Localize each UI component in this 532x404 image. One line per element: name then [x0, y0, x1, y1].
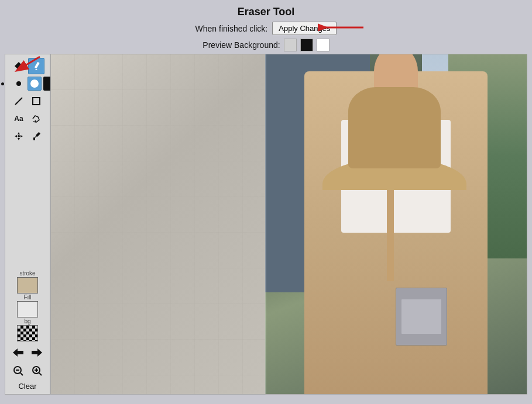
bg-color-swatch[interactable]: [17, 325, 38, 341]
tool-row-3: Aa: [11, 111, 44, 127]
main-area: Aa: [0, 54, 532, 395]
rect-tool[interactable]: [28, 93, 44, 109]
size-sm[interactable]: [0, 77, 10, 91]
svg-point-12: [18, 135, 20, 137]
move-icon: [14, 132, 23, 141]
bg-swatch-light[interactable]: [284, 39, 297, 51]
header: Eraser Tool: [0, 0, 532, 22]
arrow-right-icon: [32, 348, 42, 357]
toolbar-arrow: [12, 54, 41, 80]
book: [396, 288, 447, 346]
move-tool[interactable]: [11, 128, 27, 144]
preview-bg-label: Preview Background:: [202, 40, 280, 50]
toolbar: Aa: [5, 54, 50, 395]
line-tool[interactable]: [11, 93, 27, 109]
preview-bg-row: Preview Background:: [0, 39, 532, 51]
hat-crown: [348, 87, 440, 168]
canvas-photo-area: [265, 54, 527, 394]
canvas-divider: [265, 54, 266, 394]
rect-icon: [32, 96, 41, 106]
svg-marker-10: [15, 135, 17, 137]
svg-rect-14: [33, 137, 35, 140]
bg-swatch-white[interactable]: [317, 39, 330, 51]
arrow-icon: [318, 19, 365, 36]
color-section: stroke Fill bg: [8, 270, 47, 391]
controls-row: When finished click: Apply Changes: [0, 22, 532, 35]
stroke-label: stroke: [19, 270, 35, 277]
clear-button[interactable]: Clear: [18, 382, 36, 391]
when-finished-label: When finished click:: [195, 24, 268, 33]
next-arrow[interactable]: [29, 344, 45, 361]
lasso-icon: [32, 114, 41, 123]
text-tool[interactable]: Aa: [11, 111, 27, 127]
stroke-color-swatch[interactable]: [17, 277, 38, 293]
fill-label: Fill: [24, 294, 32, 301]
line-icon: [14, 96, 23, 106]
zoom-in-icon: [32, 365, 42, 376]
svg-line-0: [18, 57, 40, 70]
svg-line-15: [35, 136, 37, 137]
svg-marker-16: [13, 348, 23, 357]
svg-line-5: [15, 98, 22, 105]
lasso-tool[interactable]: [28, 111, 44, 127]
canvas-erased-area: [51, 54, 265, 394]
arrow-left-icon: [13, 348, 23, 357]
book-pages: [401, 299, 442, 333]
zoom-out-icon: [13, 365, 23, 376]
svg-rect-6: [33, 98, 40, 105]
svg-marker-11: [20, 135, 23, 137]
tool-row-2: [11, 93, 44, 109]
bg-swatch-black[interactable]: [300, 39, 313, 51]
svg-marker-17: [32, 348, 42, 357]
wall-texture: [51, 54, 265, 394]
zoom-row: [10, 362, 45, 379]
canvas-area: [50, 54, 527, 395]
svg-marker-8: [18, 132, 20, 134]
fill-color-swatch[interactable]: [17, 301, 38, 317]
arrow-icon: [12, 54, 41, 77]
zoom-in-button[interactable]: [29, 362, 45, 379]
prev-arrow[interactable]: [10, 344, 26, 361]
zoom-out-button[interactable]: [10, 362, 26, 379]
tool-row-4: [11, 128, 44, 144]
bg-label: bg: [24, 318, 30, 324]
nav-arrows: [10, 344, 45, 361]
eyedropper-tool[interactable]: [28, 128, 44, 144]
svg-marker-9: [18, 138, 20, 140]
svg-line-24: [39, 373, 42, 375]
svg-line-20: [20, 373, 23, 375]
apply-arrow: [318, 19, 365, 39]
eyedropper-icon: [32, 132, 41, 141]
hat-container: [322, 82, 466, 191]
page-title: Eraser Tool: [0, 6, 532, 18]
